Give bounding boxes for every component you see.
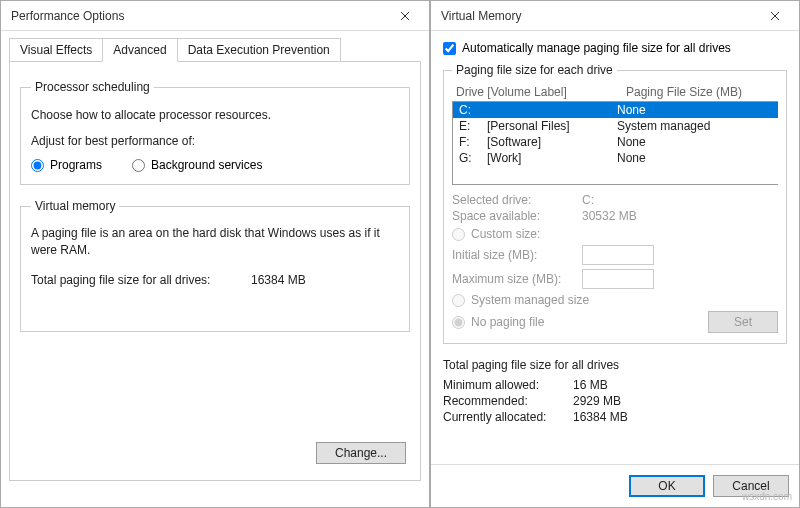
paging-file-legend: Paging file size for each drive xyxy=(452,63,617,77)
drive-row[interactable]: E: [Personal Files] System managed xyxy=(453,118,778,134)
current-row: Currently allocated: 16384 MB xyxy=(443,410,787,424)
drive-size: None xyxy=(617,103,772,117)
drive-size: None xyxy=(617,135,772,149)
performance-options-window: Performance Options Visual Effects Advan… xyxy=(0,0,430,508)
minimum-value: 16 MB xyxy=(573,378,608,392)
tab-advanced[interactable]: Advanced xyxy=(102,38,177,62)
tab-visual-effects[interactable]: Visual Effects xyxy=(9,38,103,62)
header-size: Paging File Size (MB) xyxy=(626,85,742,99)
maximum-size-row: Maximum size (MB): xyxy=(452,269,778,289)
no-paging-row: No paging file Set xyxy=(452,311,778,333)
radio-system-managed: System managed size xyxy=(452,293,778,307)
radio-custom-size: Custom size: xyxy=(452,227,778,241)
drive-size: None xyxy=(617,151,772,165)
maximum-size-label: Maximum size (MB): xyxy=(452,272,582,286)
space-available-value: 30532 MB xyxy=(582,209,637,223)
scheduling-desc: Choose how to allocate processor resourc… xyxy=(31,108,399,122)
close-icon xyxy=(400,11,410,21)
auto-manage-checkbox[interactable]: Automatically manage paging file size fo… xyxy=(443,41,787,55)
drive-row[interactable]: F: [Software] None xyxy=(453,134,778,150)
ok-button[interactable]: OK xyxy=(629,475,705,497)
close-button[interactable] xyxy=(757,5,793,27)
drive-label: [Personal Files] xyxy=(487,119,617,133)
current-label: Currently allocated: xyxy=(443,410,573,424)
drive-listbox[interactable]: C: None E: [Personal Files] System manag… xyxy=(452,101,778,185)
auto-manage-label: Automatically manage paging file size fo… xyxy=(462,41,731,55)
drive-row[interactable]: G: [Work] None xyxy=(453,150,778,166)
tab-dep[interactable]: Data Execution Prevention xyxy=(177,38,341,62)
totals-title: Total paging file size for all drives xyxy=(443,358,787,372)
dialog-buttons: OK Cancel xyxy=(431,464,799,507)
recommended-value: 2929 MB xyxy=(573,394,621,408)
header-drive: Drive [Volume Label] xyxy=(456,85,626,99)
drive-row[interactable]: C: None xyxy=(453,102,778,118)
tab-panel-advanced: Processor scheduling Choose how to alloc… xyxy=(9,61,421,481)
titlebar: Virtual Memory xyxy=(431,1,799,31)
radio-programs-input[interactable] xyxy=(31,159,44,172)
radio-no-paging: No paging file xyxy=(452,315,544,329)
initial-size-label: Initial size (MB): xyxy=(452,248,582,262)
drive-list-header: Drive [Volume Label] Paging File Size (M… xyxy=(456,85,774,99)
space-available-row: Space available: 30532 MB xyxy=(452,209,778,223)
radio-none-input xyxy=(452,316,465,329)
minimum-row: Minimum allowed: 16 MB xyxy=(443,378,787,392)
close-button[interactable] xyxy=(387,5,423,27)
window-title: Virtual Memory xyxy=(441,9,757,23)
maximum-size-input xyxy=(582,269,654,289)
virtual-memory-window: Virtual Memory Automatically manage pagi… xyxy=(430,0,800,508)
window-body: Automatically manage paging file size fo… xyxy=(431,31,799,464)
change-button[interactable]: Change... xyxy=(316,442,406,464)
radio-none-label: No paging file xyxy=(471,315,544,329)
selected-drive-row: Selected drive: C: xyxy=(452,193,778,207)
paging-desc: A paging file is an area on the hard dis… xyxy=(31,225,399,259)
virtual-memory-legend: Virtual memory xyxy=(31,199,119,213)
set-button: Set xyxy=(708,311,778,333)
radio-programs-label: Programs xyxy=(50,158,102,172)
radio-custom-input xyxy=(452,228,465,241)
titlebar: Performance Options xyxy=(1,1,429,31)
drive-label: [Software] xyxy=(487,135,617,149)
selected-drive-value: C: xyxy=(582,193,594,207)
window-title: Performance Options xyxy=(11,9,387,23)
minimum-label: Minimum allowed: xyxy=(443,378,573,392)
drive-size: System managed xyxy=(617,119,772,133)
radio-custom-label: Custom size: xyxy=(471,227,540,241)
drive-label xyxy=(487,103,617,117)
space-available-label: Space available: xyxy=(452,209,582,223)
current-value: 16384 MB xyxy=(573,410,628,424)
radio-managed-input xyxy=(452,294,465,307)
recommended-row: Recommended: 2929 MB xyxy=(443,394,787,408)
drive-label: [Work] xyxy=(487,151,617,165)
drive-letter: E: xyxy=(459,119,487,133)
radio-bgservices-label: Background services xyxy=(151,158,262,172)
close-icon xyxy=(770,11,780,21)
total-paging-value: 16384 MB xyxy=(251,273,306,287)
adjust-label: Adjust for best performance of: xyxy=(31,134,399,148)
processor-scheduling-group: Processor scheduling Choose how to alloc… xyxy=(20,80,410,185)
tabs: Visual Effects Advanced Data Execution P… xyxy=(9,38,421,62)
total-paging-label: Total paging file size for all drives: xyxy=(31,273,251,287)
drive-letter: F: xyxy=(459,135,487,149)
radio-managed-label: System managed size xyxy=(471,293,589,307)
initial-size-input xyxy=(582,245,654,265)
radio-bgservices-input[interactable] xyxy=(132,159,145,172)
processor-scheduling-legend: Processor scheduling xyxy=(31,80,154,94)
drive-info: Selected drive: C: Space available: 3053… xyxy=(452,193,778,333)
drive-letter: G: xyxy=(459,151,487,165)
radio-programs[interactable]: Programs xyxy=(31,158,102,172)
cancel-button[interactable]: Cancel xyxy=(713,475,789,497)
recommended-label: Recommended: xyxy=(443,394,573,408)
radio-bgservices[interactable]: Background services xyxy=(132,158,262,172)
selected-drive-label: Selected drive: xyxy=(452,193,582,207)
drive-letter: C: xyxy=(459,103,487,117)
total-paging-row: Total paging file size for all drives: 1… xyxy=(31,273,399,287)
auto-manage-input[interactable] xyxy=(443,42,456,55)
virtual-memory-group: Virtual memory A paging file is an area … xyxy=(20,199,410,332)
window-body: Visual Effects Advanced Data Execution P… xyxy=(1,31,429,507)
initial-size-row: Initial size (MB): xyxy=(452,245,778,265)
scheduling-radio-group: Programs Background services xyxy=(31,158,399,172)
paging-file-fieldset: Paging file size for each drive Drive [V… xyxy=(443,63,787,344)
